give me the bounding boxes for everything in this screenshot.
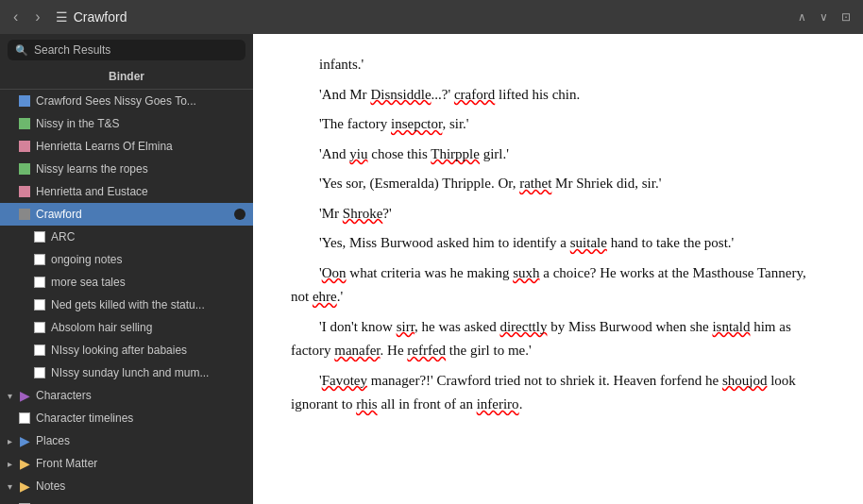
paragraph-1: infants.' [291, 53, 825, 77]
sidebar-item-front-matter[interactable]: ▸ ▶ Front Matter [0, 452, 253, 475]
squiggly-isntald: isntald [712, 319, 750, 334]
paragraph-4: 'And yiu chose this Thirpple girl.' [291, 143, 825, 167]
search-bar[interactable]: 🔍 Search Results [8, 40, 245, 60]
item-icon-henrietta-eustace [19, 186, 30, 197]
item-label: Henrietta and Eustace [36, 185, 148, 198]
paragraph-6: 'Mr Shroke?' [291, 202, 825, 227]
squiggly-manafer: manafer [334, 343, 380, 358]
item-label: NIssy sunday lunch and mum... [51, 366, 209, 379]
squiggly-shroke: Shroke [343, 206, 383, 221]
squiggly-rathet: rathet [519, 176, 551, 191]
item-label: Nissy in the T&S [36, 117, 119, 130]
paragraph-8: 'Oon what criteria was he making suxh a … [291, 261, 825, 310]
item-icon-nissy-babaies [34, 344, 45, 356]
item-label: Character timelines [36, 412, 133, 425]
squiggly-disnsiddle: Disnsiddle [370, 87, 431, 102]
sidebar-item-character-timelines[interactable]: Character timelines [0, 407, 253, 429]
item-icon-nissy-ropes [19, 163, 30, 175]
item-label: Characters [36, 389, 92, 402]
active-indicator [234, 209, 245, 220]
sidebar-item-ned-killed[interactable]: Ned gets killed with the statu... [0, 294, 253, 316]
top-bar: ‹ › ☰ Crawford ∧ ∨ ⊡ [0, 0, 863, 34]
search-icon: 🔍 [15, 44, 28, 57]
item-icon-absolom [34, 322, 45, 333]
item-label: NIssy looking after babaies [51, 344, 187, 357]
ctrl-up-button[interactable]: ∧ [793, 8, 811, 25]
item-icon-ned-killed [34, 299, 45, 311]
item-label: ongoing notes [51, 253, 122, 266]
expand-arrow-front-matter: ▸ [8, 459, 12, 469]
expand-arrow-places: ▸ [8, 436, 12, 446]
squiggly-ehre: ehre [313, 289, 337, 304]
squiggly-rhis: rhis [356, 396, 378, 412]
expand-arrow-notes: ▾ [8, 481, 12, 492]
item-label: more sea tales [51, 276, 126, 289]
squiggly-directtly: directtly [499, 319, 547, 334]
item-label: Places [36, 434, 70, 447]
doc-icon: ☰ [56, 9, 68, 25]
item-label: Absolom hair selling [51, 321, 152, 334]
item-icon-nissy-ts [19, 118, 30, 129]
item-label: Ned gets killed with the statu... [51, 298, 205, 311]
sidebar-item-absolom[interactable]: Absolom hair selling [0, 316, 253, 339]
paragraph-5: 'Yes sor, (Esmeralda) Thripple. Or, rath… [291, 172, 825, 196]
squiggly-craford: craford [454, 87, 495, 102]
squiggly-inferiro: inferiro [477, 396, 519, 412]
paragraph-2: 'And Mr Disnsiddle...?' craford lifted h… [291, 83, 825, 108]
paragraph-9: 'I don't know sirr, he was asked directt… [291, 315, 825, 363]
sidebar-item-notes[interactable]: ▾ ▶ Notes [0, 475, 253, 497]
sidebar-item-nissy-ts[interactable]: Nissy in the T&S [0, 112, 253, 135]
sidebar-item-henrietta-elmina[interactable]: Henrietta Learns Of Elmina [0, 135, 253, 158]
window-controls: ∧ ∨ ⊡ [793, 8, 855, 25]
squiggly-refrfed: refrfed [407, 343, 446, 358]
item-icon-character-timelines [19, 412, 30, 424]
sidebar-item-more-sea-tales[interactable]: more sea tales [0, 271, 253, 294]
nav-forward-button[interactable]: › [29, 7, 45, 27]
sidebar-item-characters[interactable]: ▾ ▶ Characters [0, 384, 253, 407]
squiggly-shoujod: shoujod [722, 373, 768, 388]
paragraph-3: 'The factory insepctor, sir.' [291, 112, 825, 137]
binder-header: Binder [0, 66, 253, 90]
item-icon-ongoing-notes [34, 254, 45, 265]
squiggly-suxh: suxh [513, 265, 539, 280]
item-icon-henrietta-elmina [19, 141, 30, 152]
sidebar-item-nissy-babaies[interactable]: NIssy looking after babaies [0, 339, 253, 361]
ctrl-down-button[interactable]: ∨ [815, 8, 833, 25]
item-label: Nissy learns the ropes [36, 162, 148, 176]
item-label: Notes [36, 479, 65, 493]
nav-back-button[interactable]: ‹ [8, 7, 24, 27]
squiggly-sirr: sirr [397, 319, 415, 334]
expand-arrow-characters: ▾ [8, 391, 12, 401]
item-icon-crawford [19, 209, 30, 220]
main-layout: 🔍 Search Results Binder Crawford Sees Ni… [0, 34, 863, 504]
sidebar-item-crawford-sees[interactable]: Crawford Sees Nissy Goes To... [0, 90, 253, 112]
sidebar-item-ongoing-notes[interactable]: ongoing notes [0, 248, 253, 271]
item-icon-nissy-sunday [34, 367, 45, 378]
ctrl-split-button[interactable]: ⊡ [837, 8, 855, 25]
folder-icon-front-matter: ▶ [20, 456, 30, 471]
item-label: ARC [51, 230, 75, 244]
sidebar-item-crawford[interactable]: Crawford [0, 203, 253, 226]
search-label: Search Results [34, 43, 110, 57]
sidebar-item-nissy-ropes[interactable]: Nissy learns the ropes [0, 158, 253, 180]
squiggly-insepctor: insepctor [391, 116, 442, 131]
squiggly-thirpple: Thirpple [431, 146, 480, 161]
sidebar-item-nissy-sunday[interactable]: NIssy sunday lunch and mum... [0, 361, 253, 384]
squiggly-oon: Oon [322, 265, 347, 280]
sidebar-item-milton-house[interactable]: milton-house-part-of-the-under... [0, 497, 253, 504]
paragraph-10: 'Favotey manager?!' Crawford tried not t… [291, 369, 825, 417]
sidebar-item-henrietta-eustace[interactable]: Henrietta and Eustace [0, 180, 253, 203]
folder-icon-notes: ▶ [20, 479, 30, 494]
sidebar: 🔍 Search Results Binder Crawford Sees Ni… [0, 34, 253, 504]
document-content: infants.' 'And Mr Disnsiddle...?' crafor… [253, 34, 863, 504]
item-label: Crawford [36, 208, 82, 221]
sidebar-item-places[interactable]: ▸ ▶ Places [0, 429, 253, 452]
document-title: Crawford [74, 9, 787, 25]
item-label: Crawford Sees Nissy Goes To... [36, 94, 196, 108]
item-icon-more-sea-tales [34, 277, 45, 288]
folder-icon-characters: ▶ [20, 388, 30, 403]
folder-icon-places: ▶ [20, 433, 30, 448]
squiggly-favotey: Favotey [322, 373, 367, 388]
sidebar-item-arc[interactable]: ARC [0, 226, 253, 248]
item-label: Henrietta Learns Of Elmina [36, 140, 173, 153]
